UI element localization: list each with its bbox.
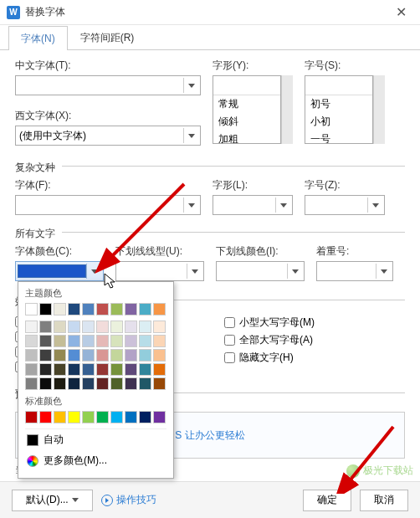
color-swatch[interactable] — [153, 411, 166, 423]
color-swatch[interactable] — [139, 335, 151, 347]
list-item[interactable]: 倾斜 — [213, 113, 280, 131]
color-swatch[interactable] — [110, 349, 123, 362]
color-swatch[interactable] — [25, 377, 38, 390]
color-swatch[interactable] — [39, 377, 52, 390]
complex-size-combo[interactable] — [305, 195, 385, 215]
color-swatch[interactable] — [153, 363, 166, 376]
color-swatch[interactable] — [54, 335, 66, 347]
color-swatch[interactable] — [25, 363, 38, 376]
color-swatch[interactable] — [68, 349, 80, 362]
auto-color-option[interactable]: 自动 — [25, 428, 166, 450]
color-swatch[interactable] — [110, 363, 123, 376]
color-swatch[interactable] — [96, 411, 109, 423]
color-swatch[interactable] — [139, 377, 151, 390]
list-item[interactable]: 常规 — [213, 95, 280, 113]
color-swatch[interactable] — [96, 335, 109, 347]
color-swatch[interactable] — [125, 363, 137, 376]
color-swatch[interactable] — [96, 303, 109, 315]
scrollbar[interactable] — [281, 75, 293, 144]
color-swatch[interactable] — [125, 411, 137, 423]
color-swatch[interactable] — [125, 349, 137, 362]
color-swatch[interactable] — [68, 377, 80, 390]
color-swatch[interactable] — [110, 411, 123, 423]
color-swatch[interactable] — [110, 377, 123, 390]
close-button[interactable]: ✕ — [388, 0, 413, 25]
color-swatch[interactable] — [139, 363, 151, 376]
complex-font-combo[interactable] — [15, 195, 201, 215]
color-swatch[interactable] — [25, 303, 38, 315]
color-swatch[interactable] — [153, 377, 166, 390]
list-item[interactable]: 一号 — [305, 131, 372, 144]
color-swatch[interactable] — [125, 321, 137, 333]
color-swatch[interactable] — [54, 321, 66, 333]
color-swatch[interactable] — [139, 349, 151, 362]
color-swatch[interactable] — [25, 321, 38, 333]
list-item[interactable]: 小初 — [305, 113, 372, 131]
color-swatch[interactable] — [139, 303, 151, 315]
color-swatch[interactable] — [110, 303, 123, 315]
cn-font-combo[interactable] — [15, 75, 201, 95]
color-swatch[interactable] — [96, 377, 109, 390]
color-swatch[interactable] — [54, 363, 66, 376]
scrollbar[interactable] — [373, 75, 385, 144]
color-swatch[interactable] — [125, 335, 137, 347]
color-swatch[interactable] — [110, 335, 123, 347]
latin-font-combo[interactable]: (使用中文字体) — [15, 126, 201, 146]
color-swatch[interactable] — [25, 411, 38, 423]
color-swatch[interactable] — [82, 303, 95, 315]
color-swatch[interactable] — [39, 363, 52, 376]
color-swatch[interactable] — [153, 303, 166, 315]
color-swatch[interactable] — [39, 411, 52, 423]
color-swatch[interactable] — [82, 363, 95, 376]
checkbox-smallcaps[interactable] — [224, 317, 235, 328]
color-swatch[interactable] — [82, 335, 95, 347]
color-swatch[interactable] — [153, 321, 166, 333]
emphasis-combo[interactable] — [316, 261, 393, 281]
color-swatch[interactable] — [39, 349, 52, 362]
cancel-button[interactable]: 取消 — [360, 490, 408, 511]
color-swatch[interactable] — [68, 303, 80, 315]
style-listbox[interactable]: 常规 倾斜 加粗 — [213, 75, 281, 144]
color-swatch[interactable] — [39, 335, 52, 347]
color-swatch[interactable] — [125, 303, 137, 315]
color-swatch[interactable] — [82, 377, 95, 390]
color-swatch[interactable] — [68, 363, 80, 376]
color-swatch[interactable] — [82, 321, 95, 333]
color-swatch[interactable] — [82, 411, 95, 423]
color-swatch[interactable] — [68, 335, 80, 347]
default-button[interactable]: 默认(D)... — [12, 490, 93, 511]
tips-link[interactable]: 操作技巧 — [101, 493, 156, 507]
color-swatch[interactable] — [96, 321, 109, 333]
checkbox-hidden[interactable] — [224, 352, 235, 363]
underline-color-combo[interactable] — [216, 261, 305, 281]
color-swatch[interactable] — [68, 411, 80, 423]
color-swatch[interactable] — [39, 321, 52, 333]
color-swatch[interactable] — [54, 411, 66, 423]
color-swatch[interactable] — [82, 349, 95, 362]
tab-spacing[interactable]: 字符间距(R) — [68, 25, 147, 49]
list-item[interactable]: 初号 — [305, 95, 372, 113]
size-listbox[interactable]: 初号 小初 一号 — [305, 75, 373, 144]
underline-style-combo[interactable] — [115, 261, 204, 281]
more-colors-option[interactable]: 更多颜色(M)... — [25, 450, 166, 471]
ok-button[interactable]: 确定 — [303, 490, 351, 511]
tab-font[interactable]: 字体(N) — [8, 26, 68, 50]
checkbox-allcaps[interactable] — [224, 335, 235, 346]
color-swatch[interactable] — [54, 303, 66, 315]
complex-style-combo[interactable] — [213, 195, 293, 215]
color-swatch[interactable] — [139, 411, 151, 423]
color-swatch[interactable] — [96, 363, 109, 376]
color-swatch[interactable] — [139, 321, 151, 333]
color-swatch[interactable] — [110, 321, 123, 333]
color-swatch[interactable] — [54, 377, 66, 390]
font-color-combo[interactable] — [15, 261, 104, 281]
color-swatch[interactable] — [125, 377, 137, 390]
list-item[interactable]: 加粗 — [213, 131, 280, 144]
color-swatch[interactable] — [68, 321, 80, 333]
color-swatch[interactable] — [54, 349, 66, 362]
color-swatch[interactable] — [25, 335, 38, 347]
color-swatch[interactable] — [25, 349, 38, 362]
color-swatch[interactable] — [153, 335, 166, 347]
color-swatch[interactable] — [96, 349, 109, 362]
color-swatch[interactable] — [39, 303, 52, 315]
